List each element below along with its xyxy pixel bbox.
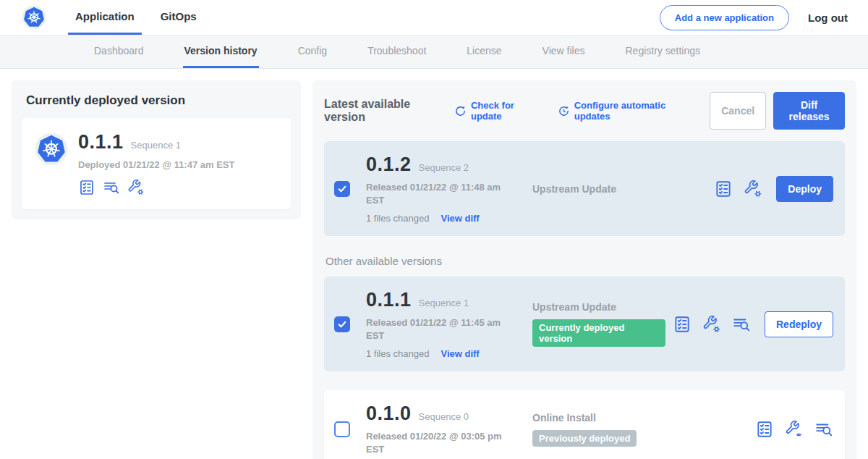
version-history-panel: Latest available version Check for updat… bbox=[312, 80, 856, 459]
clock-refresh-icon bbox=[558, 105, 570, 117]
deployed-version-number: 0.1.1 bbox=[78, 131, 124, 153]
view-diff-link[interactable]: View diff bbox=[441, 213, 479, 224]
version-checkbox[interactable] bbox=[334, 316, 350, 332]
version-number: 0.1.1 bbox=[366, 289, 412, 311]
config-wrench-gear-icon[interactable] bbox=[127, 179, 145, 196]
preflight-checklist-icon[interactable] bbox=[714, 180, 733, 198]
files-changed-label: 1 files changed bbox=[366, 213, 429, 224]
released-timestamp: Released 01/21/22 @ 11:48 am EST bbox=[366, 181, 507, 206]
version-row-0-1-0: 0.1.0 Sequence 0 Released 01/20/22 @ 03:… bbox=[324, 390, 845, 459]
previously-deployed-badge: Previously deployed bbox=[532, 430, 637, 447]
version-source-label: Upstream Update bbox=[532, 183, 707, 195]
view-diff-link[interactable]: View diff bbox=[441, 348, 479, 359]
version-row-0-1-2: 0.1.2 Sequence 2 Released 01/21/22 @ 11:… bbox=[324, 141, 845, 236]
kubernetes-logo-icon bbox=[22, 5, 46, 30]
tab-version-history[interactable]: Version history bbox=[183, 35, 259, 68]
cancel-button[interactable]: Cancel bbox=[710, 92, 766, 130]
released-timestamp: Released 01/21/22 @ 11:45 am EST bbox=[366, 316, 507, 342]
tab-troubleshoot[interactable]: Troubleshoot bbox=[366, 35, 427, 68]
sequence-label: Sequence 2 bbox=[419, 162, 469, 173]
check-for-update-link[interactable]: Check for update bbox=[454, 100, 540, 122]
tab-license[interactable]: License bbox=[465, 35, 503, 68]
preflight-checklist-icon[interactable] bbox=[78, 179, 95, 196]
deployed-sequence-label: Sequence 1 bbox=[131, 140, 181, 151]
kubernetes-app-icon bbox=[35, 132, 68, 196]
version-checkbox[interactable] bbox=[334, 421, 350, 437]
version-row-0-1-1: 0.1.1 Sequence 1 Released 01/21/22 @ 11:… bbox=[324, 277, 845, 371]
view-logs-icon[interactable] bbox=[732, 315, 751, 334]
top-nav: Application GitOps bbox=[68, 0, 216, 35]
view-logs-icon[interactable] bbox=[814, 420, 833, 439]
version-checkbox[interactable] bbox=[334, 181, 350, 197]
redeploy-button[interactable]: Redeploy bbox=[765, 311, 833, 337]
deployed-timestamp: Deployed 01/21/22 @ 11:47 am EST bbox=[78, 159, 234, 170]
preflight-checklist-icon[interactable] bbox=[755, 420, 774, 439]
config-wrench-gear-icon[interactable] bbox=[744, 180, 762, 198]
version-source-label: Online Install bbox=[532, 412, 748, 424]
deploy-button[interactable]: Deploy bbox=[776, 176, 833, 202]
configure-automatic-updates-link[interactable]: Configure automatic updates bbox=[558, 100, 692, 122]
sequence-label: Sequence 1 bbox=[419, 298, 469, 308]
released-timestamp: Released 01/20/22 @ 03:05 pm EST bbox=[366, 430, 507, 455]
tab-config[interactable]: Config bbox=[297, 35, 328, 68]
deployed-version-card: 0.1.1 Sequence 1 Deployed 01/21/22 @ 11:… bbox=[22, 118, 291, 209]
deployed-panel-title: Currently deployed version bbox=[26, 93, 286, 108]
nav-gitops[interactable]: GitOps bbox=[153, 0, 204, 35]
preflight-checklist-icon[interactable] bbox=[673, 315, 692, 334]
tab-dashboard[interactable]: Dashboard bbox=[93, 35, 145, 68]
version-number: 0.1.0 bbox=[366, 403, 412, 425]
version-source-label: Upstream Update bbox=[532, 301, 665, 313]
tab-registry-settings[interactable]: Registry settings bbox=[624, 35, 701, 68]
view-logs-icon[interactable] bbox=[103, 179, 120, 196]
other-versions-title: Other available versions bbox=[326, 255, 843, 267]
app-subnav: Dashboard Version history Config Trouble… bbox=[0, 35, 868, 69]
logout-button[interactable]: Log out bbox=[808, 12, 848, 24]
top-header: Application GitOps Add a new application… bbox=[0, 0, 868, 35]
version-number: 0.1.2 bbox=[366, 153, 412, 176]
files-changed-label: 1 files changed bbox=[366, 348, 429, 359]
add-new-application-button[interactable]: Add a new application bbox=[660, 5, 789, 30]
nav-application[interactable]: Application bbox=[68, 0, 142, 35]
view-config-wrench-eye-icon[interactable] bbox=[785, 420, 804, 439]
latest-version-title: Latest available version bbox=[324, 98, 444, 124]
tab-view-files[interactable]: View files bbox=[541, 35, 587, 68]
currently-deployed-badge: Currently deployed version bbox=[532, 319, 665, 347]
currently-deployed-panel: Currently deployed version bbox=[12, 80, 301, 219]
config-wrench-gear-icon[interactable] bbox=[702, 315, 721, 334]
diff-releases-button[interactable]: Diff releases bbox=[773, 92, 845, 130]
refresh-icon bbox=[454, 105, 467, 117]
sequence-label: Sequence 0 bbox=[419, 411, 469, 422]
